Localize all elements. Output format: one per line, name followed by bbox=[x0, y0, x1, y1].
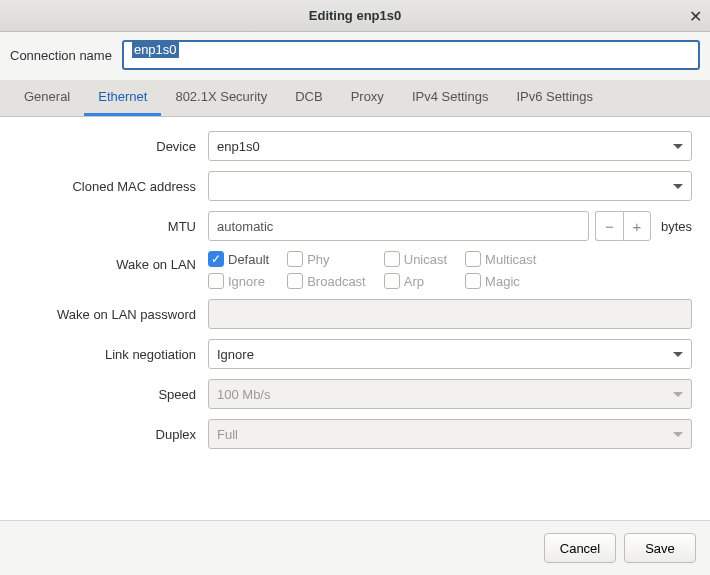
window-title: Editing enp1s0 bbox=[309, 8, 401, 23]
cloned-mac-label: Cloned MAC address bbox=[18, 179, 208, 194]
cloned-mac-row: Cloned MAC address bbox=[18, 171, 692, 201]
tabs: General Ethernet 802.1X Security DCB Pro… bbox=[0, 80, 710, 117]
tab-ethernet[interactable]: Ethernet bbox=[84, 80, 161, 116]
mtu-unit: bytes bbox=[661, 219, 692, 234]
tab-ipv6-settings[interactable]: IPv6 Settings bbox=[502, 80, 607, 116]
mtu-input[interactable]: automatic bbox=[208, 211, 589, 241]
connection-name-input[interactable]: enp1s0 bbox=[122, 40, 700, 70]
speed-value: 100 Mb/s bbox=[217, 387, 270, 402]
chevron-down-icon bbox=[673, 392, 683, 397]
tab-8021x-security[interactable]: 802.1X Security bbox=[161, 80, 281, 116]
wol-unicast-checkbox[interactable]: Unicast bbox=[384, 251, 447, 267]
wol-broadcast-label: Broadcast bbox=[307, 274, 366, 289]
wol-password-row: Wake on LAN password bbox=[18, 299, 692, 329]
tab-general[interactable]: General bbox=[10, 80, 84, 116]
wol-password-label: Wake on LAN password bbox=[18, 307, 208, 322]
duplex-label: Duplex bbox=[18, 427, 208, 442]
mtu-value: automatic bbox=[217, 219, 273, 234]
link-negotiation-label: Link negotiation bbox=[18, 347, 208, 362]
link-negotiation-value: Ignore bbox=[217, 347, 254, 362]
device-combo[interactable]: enp1s0 bbox=[208, 131, 692, 161]
cancel-button[interactable]: Cancel bbox=[544, 533, 616, 563]
tab-dcb[interactable]: DCB bbox=[281, 80, 336, 116]
chevron-down-icon bbox=[673, 432, 683, 437]
chevron-down-icon bbox=[673, 144, 683, 149]
mtu-increment-button[interactable]: + bbox=[623, 211, 651, 241]
mtu-label: MTU bbox=[18, 219, 208, 234]
wol-ignore-checkbox[interactable]: Ignore bbox=[208, 273, 269, 289]
duplex-value: Full bbox=[217, 427, 238, 442]
speed-row: Speed 100 Mb/s bbox=[18, 379, 692, 409]
wol-default-label: Default bbox=[228, 252, 269, 267]
wol-row: Wake on LAN Default Phy Unicast Multicas… bbox=[18, 251, 692, 289]
wol-phy-checkbox[interactable]: Phy bbox=[287, 251, 366, 267]
speed-label: Speed bbox=[18, 387, 208, 402]
save-button[interactable]: Save bbox=[624, 533, 696, 563]
wol-ignore-label: Ignore bbox=[228, 274, 265, 289]
device-value: enp1s0 bbox=[217, 139, 260, 154]
plus-icon: + bbox=[633, 218, 642, 235]
duplex-row: Duplex Full bbox=[18, 419, 692, 449]
connection-name-value: enp1s0 bbox=[132, 41, 179, 58]
tab-ipv4-settings[interactable]: IPv4 Settings bbox=[398, 80, 503, 116]
close-button[interactable]: ✕ bbox=[689, 6, 702, 25]
wol-arp-checkbox[interactable]: Arp bbox=[384, 273, 447, 289]
wol-label: Wake on LAN bbox=[18, 251, 208, 272]
wol-password-input[interactable] bbox=[208, 299, 692, 329]
close-icon: ✕ bbox=[689, 7, 702, 24]
ethernet-form: Device enp1s0 Cloned MAC address bbox=[0, 117, 710, 521]
wol-magic-label: Magic bbox=[485, 274, 520, 289]
chevron-down-icon bbox=[673, 184, 683, 189]
wol-unicast-label: Unicast bbox=[404, 252, 447, 267]
connection-name-row: Connection name enp1s0 bbox=[10, 40, 700, 70]
network-editor-dialog: Editing enp1s0 ✕ Connection name enp1s0 … bbox=[0, 0, 710, 575]
speed-select[interactable]: 100 Mb/s bbox=[208, 379, 692, 409]
wol-arp-label: Arp bbox=[404, 274, 424, 289]
link-negotiation-row: Link negotiation Ignore bbox=[18, 339, 692, 369]
device-label: Device bbox=[18, 139, 208, 154]
duplex-select[interactable]: Full bbox=[208, 419, 692, 449]
footer: Cancel Save bbox=[0, 521, 710, 575]
device-row: Device enp1s0 bbox=[18, 131, 692, 161]
wol-multicast-checkbox[interactable]: Multicast bbox=[465, 251, 536, 267]
wol-multicast-label: Multicast bbox=[485, 252, 536, 267]
wol-magic-checkbox[interactable]: Magic bbox=[465, 273, 536, 289]
title-bar: Editing enp1s0 ✕ bbox=[0, 0, 710, 32]
wol-phy-label: Phy bbox=[307, 252, 329, 267]
wol-default-checkbox[interactable]: Default bbox=[208, 251, 269, 267]
mtu-decrement-button[interactable]: − bbox=[595, 211, 623, 241]
link-negotiation-select[interactable]: Ignore bbox=[208, 339, 692, 369]
wol-broadcast-checkbox[interactable]: Broadcast bbox=[287, 273, 366, 289]
content-area: Connection name enp1s0 General Ethernet … bbox=[0, 32, 710, 521]
minus-icon: − bbox=[605, 218, 614, 235]
tab-proxy[interactable]: Proxy bbox=[337, 80, 398, 116]
cloned-mac-combo[interactable] bbox=[208, 171, 692, 201]
mtu-row: MTU automatic − + bbox=[18, 211, 692, 241]
connection-name-label: Connection name bbox=[10, 48, 112, 63]
chevron-down-icon bbox=[673, 352, 683, 357]
